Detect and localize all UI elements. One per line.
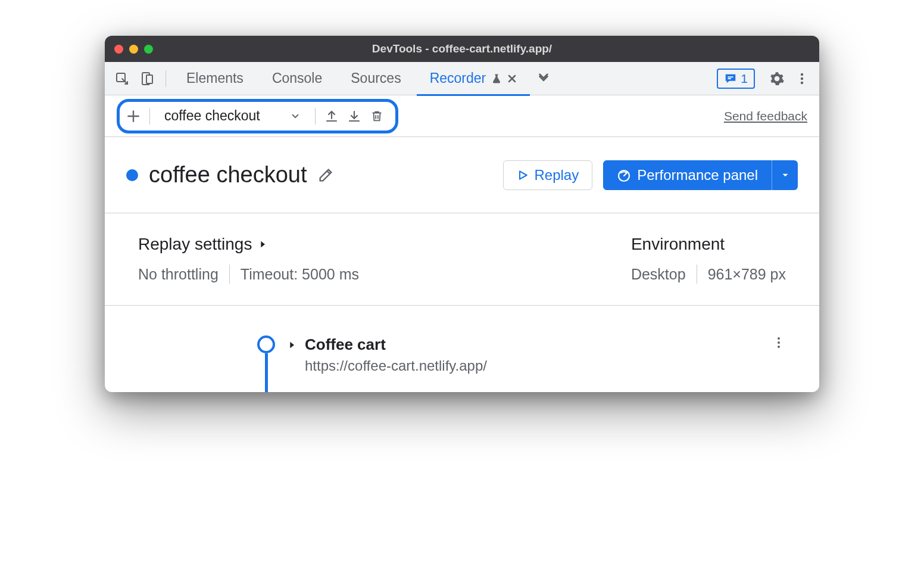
- send-feedback-link[interactable]: Send feedback: [724, 109, 807, 123]
- recording-controls-highlight: coffee checkout: [117, 99, 398, 133]
- recording-title: coffee checkout: [149, 162, 307, 188]
- replay-settings-label: Replay settings: [138, 235, 252, 254]
- svg-rect-4: [728, 78, 732, 79]
- svg-point-5: [801, 73, 803, 75]
- devtools-tabs: Elements Console Sources Recorder 1: [105, 62, 819, 95]
- more-menu-icon[interactable]: [791, 67, 813, 90]
- step-row[interactable]: Coffee cart https://coffee-cart.netlify.…: [138, 335, 786, 374]
- minimize-window-button[interactable]: [129, 45, 138, 54]
- tab-recorder-label: Recorder: [430, 70, 486, 86]
- svg-rect-3: [728, 76, 733, 77]
- flask-icon: [491, 73, 502, 85]
- performance-panel-label: Performance panel: [637, 167, 758, 184]
- recording-header: coffee checkout Replay Performance panel: [105, 137, 819, 213]
- gauge-icon: [617, 168, 631, 182]
- svg-point-10: [778, 341, 780, 344]
- device-value: Desktop: [631, 266, 686, 283]
- device-toolbar-icon[interactable]: [136, 67, 158, 90]
- caret-right-icon[interactable]: [287, 340, 296, 350]
- environment-section: Environment Desktop 961×789 px: [631, 235, 786, 284]
- recording-dropdown[interactable]: coffee checkout: [155, 108, 310, 124]
- issues-count: 1: [741, 72, 748, 86]
- replay-button-label: Replay: [535, 167, 579, 184]
- replay-settings-toggle[interactable]: Replay settings: [138, 235, 359, 254]
- tab-recorder[interactable]: Recorder: [417, 62, 530, 95]
- caret-right-icon: [258, 240, 267, 249]
- devtools-window: DevTools - coffee-cart.netlify.app/ Elem…: [105, 36, 819, 392]
- separator: [315, 108, 316, 125]
- separator: [697, 265, 697, 284]
- edit-title-icon[interactable]: [317, 167, 334, 184]
- play-icon: [517, 169, 529, 181]
- window-titlebar: DevTools - coffee-cart.netlify.app/: [105, 36, 819, 62]
- import-icon[interactable]: [343, 105, 366, 128]
- svg-point-7: [801, 81, 803, 83]
- add-recording-icon[interactable]: [122, 105, 145, 128]
- replay-settings-section: Replay settings No throttling Timeout: 5…: [138, 235, 359, 284]
- throttling-value: No throttling: [138, 266, 218, 283]
- close-window-button[interactable]: [114, 45, 123, 54]
- step-more-menu-icon[interactable]: [772, 335, 786, 350]
- environment-heading: Environment: [631, 235, 786, 254]
- message-icon: [724, 72, 737, 85]
- separator: [166, 70, 166, 87]
- environment-values: Desktop 961×789 px: [631, 265, 786, 284]
- issues-badge[interactable]: 1: [717, 69, 755, 89]
- separator: [149, 108, 150, 125]
- recording-dropdown-label: coffee checkout: [164, 108, 260, 124]
- environment-label: Environment: [631, 235, 725, 254]
- replay-settings-values: No throttling Timeout: 5000 ms: [138, 265, 359, 284]
- close-tab-icon[interactable]: [507, 74, 517, 83]
- more-tabs-icon[interactable]: [532, 67, 555, 90]
- performance-panel-split-button: Performance panel: [603, 160, 798, 190]
- svg-rect-2: [146, 75, 152, 83]
- svg-point-9: [778, 337, 780, 340]
- step-url: https://coffee-cart.netlify.app/: [305, 358, 487, 374]
- traffic-lights: [114, 45, 153, 54]
- dimensions-value: 961×789 px: [708, 266, 786, 283]
- recording-status-dot: [126, 169, 138, 181]
- tab-elements[interactable]: Elements: [173, 62, 257, 95]
- window-title: DevTools - coffee-cart.netlify.app/: [105, 42, 819, 55]
- chevron-down-icon: [290, 111, 301, 122]
- performance-panel-dropdown[interactable]: [772, 160, 798, 190]
- recorder-toolbar: coffee checkout Send feedback: [105, 95, 819, 137]
- steps-timeline: Coffee cart https://coffee-cart.netlify.…: [105, 306, 819, 392]
- step-body: Coffee cart https://coffee-cart.netlify.…: [287, 335, 487, 374]
- performance-panel-button[interactable]: Performance panel: [603, 160, 772, 190]
- timeline-connector: [265, 353, 268, 392]
- svg-point-11: [778, 346, 780, 348]
- tab-sources[interactable]: Sources: [338, 62, 414, 95]
- svg-point-6: [801, 77, 803, 79]
- zoom-window-button[interactable]: [144, 45, 153, 54]
- step-title: Coffee cart: [305, 335, 386, 354]
- delete-icon[interactable]: [366, 105, 388, 128]
- settings-gear-icon[interactable]: [766, 67, 788, 90]
- inspect-element-icon[interactable]: [111, 67, 133, 90]
- settings-row: Replay settings No throttling Timeout: 5…: [105, 213, 819, 306]
- separator: [229, 265, 230, 284]
- timeout-value: Timeout: 5000 ms: [241, 266, 359, 283]
- replay-button[interactable]: Replay: [503, 160, 593, 190]
- tab-console[interactable]: Console: [259, 62, 335, 95]
- step-node-icon: [257, 335, 275, 353]
- export-icon[interactable]: [320, 105, 343, 128]
